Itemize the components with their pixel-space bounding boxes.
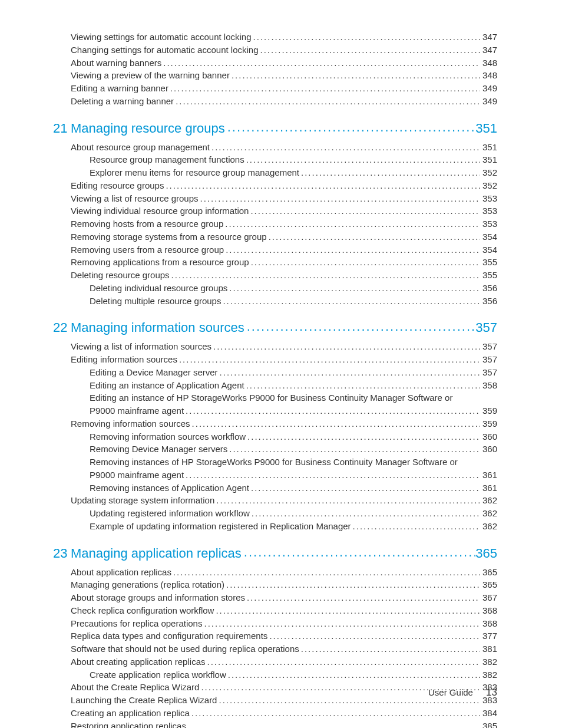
toc-entry[interactable]: Editing a Device Manager server357 — [53, 366, 497, 379]
toc-entry[interactable]: Deleting individual resource groups356 — [53, 282, 497, 295]
dot-leader — [246, 430, 480, 443]
toc-entry-title: Removing applications from a resource gr… — [71, 256, 249, 269]
toc-entry-title: P9000 mainframe agent — [90, 469, 184, 482]
toc-entry[interactable]: P9000 mainframe agent361 — [53, 469, 497, 482]
dot-leader — [351, 520, 480, 533]
toc-entry-title: P9000 mainframe agent — [90, 404, 184, 417]
toc-entry-title: Viewing a list of information sources — [71, 340, 211, 353]
toc-entry[interactable]: Removing storage systems from a resource… — [53, 230, 497, 243]
toc-entry[interactable]: Removing instances of HP StorageWorks P9… — [53, 456, 497, 469]
toc-entry[interactable]: Deleting resource groups355 — [53, 269, 497, 282]
toc-entry[interactable]: Removing hosts from a resource group353 — [53, 218, 497, 230]
toc-entry-page: 355 — [480, 269, 497, 282]
toc-entry-page: 349 — [480, 82, 497, 95]
toc-entry-page: 353 — [480, 218, 497, 230]
toc-entry[interactable]: Restoring application replicas385 — [53, 720, 497, 729]
toc-entry[interactable]: Updating storage system information362 — [53, 494, 497, 507]
toc-entry-page: 360 — [480, 430, 497, 443]
toc-entry-page: 362 — [480, 494, 497, 507]
toc-entry[interactable]: Precautions for replica operations368 — [53, 617, 497, 630]
toc-chapter-title: Managing application replicas — [71, 546, 242, 561]
dot-leader — [164, 179, 480, 192]
toc-entry[interactable]: About storage groups and information sto… — [53, 591, 497, 604]
toc-entry-page: 377 — [480, 630, 497, 643]
page-footer: User Guide 13 — [428, 687, 497, 699]
toc-chapter-page: 351 — [475, 121, 497, 136]
toc-entry[interactable]: Changing settings for automatic account … — [53, 44, 497, 57]
toc-entry[interactable]: Replica data types and configuration req… — [53, 630, 497, 643]
toc-entry[interactable]: Editing a warning banner349 — [53, 82, 497, 95]
dot-leader — [205, 655, 480, 668]
dot-leader — [177, 353, 480, 366]
toc-entry[interactable]: Removing information sources359 — [53, 417, 497, 430]
toc-entry[interactable]: Viewing settings for automatic account l… — [53, 31, 497, 44]
toc-entry-page: 357 — [480, 340, 497, 353]
toc-entry-page: 351 — [480, 141, 497, 154]
dot-leader — [170, 269, 480, 282]
toc-entry-page: 367 — [480, 591, 497, 604]
toc-entry-page: 362 — [480, 520, 497, 533]
toc-entry[interactable]: Editing an instance of Application Agent… — [53, 379, 497, 392]
toc-entry[interactable]: Creating an application replica384 — [53, 707, 497, 720]
toc-entry[interactable]: Viewing individual resource group inform… — [53, 205, 497, 218]
dot-leader — [190, 417, 480, 430]
toc-entry-title: Managing generations (replica rotation) — [71, 578, 224, 591]
toc-entry[interactable]: Updating registered information workflow… — [53, 507, 497, 520]
toc-entry-page: 384 — [480, 707, 497, 720]
toc-entry[interactable]: Viewing a list of information sources357 — [53, 340, 497, 353]
toc-entry[interactable]: Editing resource groups352 — [53, 179, 497, 192]
dot-leader — [249, 482, 480, 495]
toc-entry-title: Restoring application replicas — [71, 720, 186, 729]
toc-entry[interactable]: About resource group management351 — [53, 141, 497, 154]
toc-entry[interactable]: Explorer menu items for resource group m… — [53, 166, 497, 179]
toc-chapter-title: Managing information sources — [71, 320, 244, 335]
toc-chapter[interactable]: 21Managing resource groups351 — [53, 121, 497, 136]
toc-entry[interactable]: Deleting multiple resource groups356 — [53, 295, 497, 308]
toc-entry-title: Viewing settings for automatic account l… — [71, 31, 252, 44]
dot-leader — [223, 218, 480, 230]
toc-entry[interactable]: Software that should not be used during … — [53, 643, 497, 655]
toc-entry-title: Removing storage systems from a resource… — [71, 230, 267, 243]
dot-leader — [249, 205, 480, 218]
toc-entry[interactable]: Resource group management functions351 — [53, 153, 497, 166]
toc-entry[interactable]: Removing users from a resource group354 — [53, 243, 497, 256]
toc-entry-page: 352 — [480, 166, 497, 179]
dot-leader — [267, 230, 480, 243]
toc-entry-title: About warning banners — [71, 57, 161, 70]
toc-entry-title: Deleting resource groups — [71, 269, 170, 282]
toc-entry-title: Removing information sources workflow — [90, 430, 246, 443]
dot-leader — [244, 319, 476, 334]
dot-leader — [224, 243, 480, 256]
dot-leader — [161, 57, 480, 70]
toc-entry[interactable]: Check replica configuration workflow368 — [53, 604, 497, 617]
toc-entry[interactable]: Create application replica workflow382 — [53, 668, 497, 681]
toc-entry-title: Removing Device Manager servers — [90, 443, 227, 456]
toc-entry[interactable]: Removing information sources workflow360 — [53, 430, 497, 443]
toc-entry-page: 361 — [480, 469, 497, 482]
toc-entry[interactable]: Viewing a preview of the warning banner3… — [53, 69, 497, 82]
toc-entry[interactable]: About application replicas365 — [53, 566, 497, 579]
toc-entry-title: Check replica configuration workflow — [71, 604, 214, 617]
toc-entry-page: 353 — [480, 205, 497, 218]
toc-entry[interactable]: Removing Device Manager servers360 — [53, 443, 497, 456]
toc-entry-page: 365 — [480, 566, 497, 579]
toc-entry[interactable]: Editing an instance of HP StorageWorks P… — [53, 391, 497, 404]
toc-chapter[interactable]: 22Managing information sources357 — [53, 320, 497, 335]
toc-entry[interactable]: Managing generations (replica rotation)3… — [53, 578, 497, 591]
toc-entry-page: 368 — [480, 604, 497, 617]
dot-leader — [168, 82, 480, 95]
toc-entry[interactable]: About warning banners348 — [53, 57, 497, 70]
toc-entry[interactable]: Removing applications from a resource gr… — [53, 256, 497, 269]
toc-entry[interactable]: Removing instances of Application Agent3… — [53, 482, 497, 495]
dot-leader — [250, 507, 480, 520]
dot-leader — [245, 591, 480, 604]
toc-entry[interactable]: Viewing a list of resource groups353 — [53, 192, 497, 205]
toc-entry[interactable]: P9000 mainframe agent359 — [53, 404, 497, 417]
toc-entry[interactable]: About creating application replicas382 — [53, 655, 497, 668]
toc-entry[interactable]: Deleting a warning banner349 — [53, 95, 497, 108]
toc-entry-page: 353 — [480, 192, 497, 205]
toc-entry[interactable]: Example of updating information register… — [53, 520, 497, 533]
toc-chapter[interactable]: 23Managing application replicas365 — [53, 546, 497, 561]
toc-entry[interactable]: Editing information sources357 — [53, 353, 497, 366]
toc-entry-page: 354 — [480, 243, 497, 256]
